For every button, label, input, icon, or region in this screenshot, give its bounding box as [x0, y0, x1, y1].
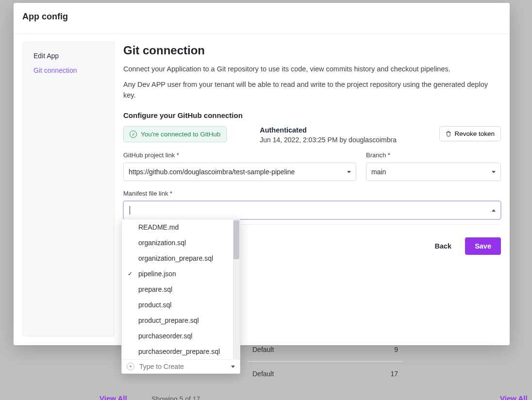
project-link-select[interactable]: https://github.com/douglascoimbra/test-s…: [123, 163, 356, 181]
bg-row: Default 17: [248, 361, 403, 385]
branch-field: Branch * main: [366, 151, 501, 181]
revoke-token-label: Revoke token: [454, 130, 495, 137]
sidebar-item-edit-app[interactable]: Edit App: [33, 52, 103, 60]
auth-meta: Jun 14, 2022, 2:03:25 PM by douglascoimb…: [260, 136, 431, 144]
manifest-select[interactable]: [123, 201, 501, 219]
dropdown-item[interactable]: organization_prepare.sql: [122, 250, 233, 266]
dropdown-list[interactable]: README.mdorganization.sqlorganization_pr…: [122, 219, 240, 359]
dropdown-item[interactable]: prepare.sql: [122, 282, 233, 297]
dropdown-item[interactable]: purchaseorder_prepare.sql: [122, 344, 233, 359]
manifest-label: Manifest file link *: [123, 190, 501, 197]
chevron-up-icon: [492, 209, 496, 212]
chevron-down-icon: [231, 366, 235, 368]
dropdown-item[interactable]: product_prepare.sql: [122, 313, 233, 328]
dropdown-item[interactable]: README.md: [122, 219, 233, 235]
text-cursor-icon: [130, 206, 130, 215]
content-heading: Git connection: [123, 44, 501, 57]
bg-row-count: 9: [394, 346, 398, 353]
project-link-label: GitHub project link *: [123, 151, 356, 159]
branch-select[interactable]: main: [366, 163, 501, 181]
dropdown-item[interactable]: product.sql: [122, 297, 233, 313]
back-button[interactable]: Back: [428, 237, 458, 255]
modal-title: App config: [22, 12, 501, 22]
check-circle-icon: ✓: [130, 131, 137, 138]
content-desc-2: Any Dev APP user from your tenant will b…: [123, 80, 501, 101]
bg-row-count: 17: [390, 370, 398, 378]
project-link-field: GitHub project link * https://github.com…: [123, 151, 356, 181]
auth-title: Authenticated: [260, 126, 431, 134]
content-desc-1: Connect your Application to a Git reposi…: [123, 64, 501, 75]
scrollbar[interactable]: [233, 219, 240, 359]
bg-view-all-link[interactable]: View All: [100, 394, 127, 400]
dropdown-footer: +: [122, 359, 240, 373]
app-config-modal: App config Edit App Git connection Git c…: [14, 3, 510, 345]
sidebar-item-git-connection[interactable]: Git connection: [33, 67, 103, 74]
form-row-1: GitHub project link * https://github.com…: [123, 151, 501, 181]
trash-icon: [446, 131, 451, 137]
save-button[interactable]: Save: [465, 237, 501, 255]
dropdown-item[interactable]: organization.sql: [122, 235, 233, 250]
connected-badge: ✓ You're connected to GitHub: [123, 126, 227, 142]
create-input[interactable]: [139, 363, 226, 370]
branch-label: Branch *: [366, 151, 501, 159]
modal-sidebar: Edit App Git connection: [22, 42, 115, 336]
bg-view-all-link[interactable]: View All: [500, 394, 528, 400]
modal-body: Edit App Git connection Git connection C…: [14, 34, 510, 345]
dropdown-item[interactable]: pipeline.json: [122, 266, 233, 282]
manifest-dropdown: README.mdorganization.sqlorganization_pr…: [121, 219, 240, 374]
auth-block: Authenticated Jun 14, 2022, 2:03:25 PM b…: [235, 126, 431, 144]
scrollbar-thumb[interactable]: [233, 220, 239, 259]
modal-header: App config: [14, 3, 510, 34]
chevron-down-icon: [492, 171, 496, 173]
revoke-token-button[interactable]: Revoke token: [439, 126, 501, 141]
bg-row-label: Default: [252, 346, 274, 353]
manifest-field: Manifest file link *: [123, 190, 501, 219]
plus-circle-icon: +: [127, 363, 134, 370]
bg-showing-text: Showing 5 of 17: [151, 395, 200, 400]
connected-badge-text: You're connected to GitHub: [141, 131, 220, 138]
branch-value: main: [371, 168, 386, 176]
dropdown-item[interactable]: purchaseorder.sql: [122, 328, 233, 344]
content-subheading: Configure your GitHub connection: [123, 111, 501, 119]
bg-row-label: Default: [252, 370, 274, 378]
project-link-value: https://github.com/douglascoimbra/test-s…: [129, 168, 295, 176]
chevron-down-icon: [347, 171, 351, 173]
status-row: ✓ You're connected to GitHub Authenticat…: [123, 126, 501, 144]
